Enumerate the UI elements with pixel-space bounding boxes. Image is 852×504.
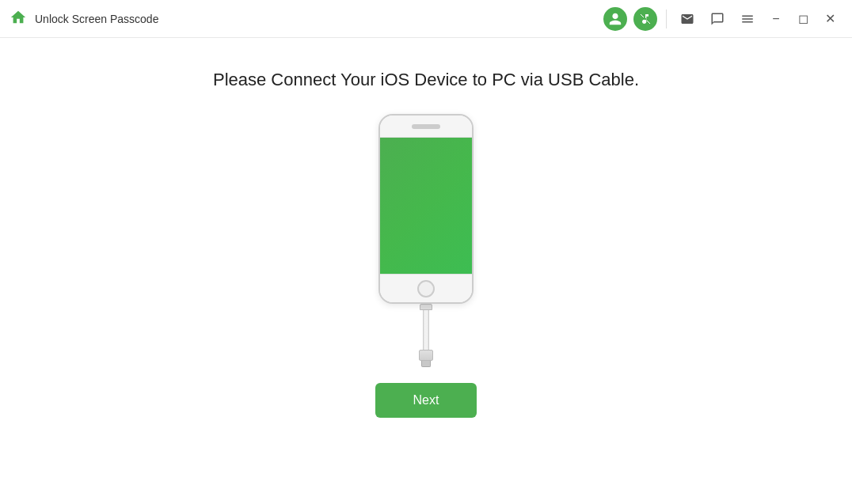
title-bar: Unlock Screen Passcode [0, 0, 852, 38]
phone-screen [380, 138, 472, 274]
page-title: Please Connect Your iOS Device to PC via… [213, 70, 639, 90]
title-bar-action-icons [675, 6, 760, 32]
minimize-button[interactable]: − [763, 6, 789, 32]
close-button[interactable]: ✕ [817, 6, 842, 32]
usb-plug-tip [421, 361, 431, 367]
usb-cable [419, 304, 433, 367]
app-title: Unlock Screen Passcode [35, 13, 158, 25]
usb-connector-top [420, 304, 432, 310]
phone-speaker [412, 124, 440, 129]
window-controls: − ◻ ✕ [763, 6, 842, 32]
phone-top-bar [380, 116, 472, 138]
home-icon [10, 9, 27, 29]
maximize-button[interactable]: ◻ [790, 6, 816, 32]
title-bar-right: − ◻ ✕ [603, 6, 842, 32]
main-content: Please Connect Your iOS Device to PC via… [0, 38, 852, 504]
user-avatar [603, 7, 627, 31]
title-bar-icons [603, 6, 658, 32]
next-button[interactable]: Next [375, 383, 477, 418]
music-tool-button[interactable] [633, 6, 658, 32]
phone-home-button [417, 280, 435, 297]
title-bar-left: Unlock Screen Passcode [10, 9, 158, 29]
phone-bottom-bar [380, 274, 472, 302]
music-icon [633, 7, 657, 31]
email-button[interactable] [675, 6, 700, 32]
usb-plug-body [419, 350, 433, 361]
phone-illustration [378, 114, 474, 367]
phone-body [378, 114, 474, 304]
usb-cable-wire [423, 310, 429, 350]
svg-point-0 [645, 17, 647, 20]
chat-button[interactable] [705, 6, 730, 32]
menu-button[interactable] [735, 6, 760, 32]
divider [666, 9, 667, 28]
user-avatar-button[interactable] [603, 6, 628, 32]
